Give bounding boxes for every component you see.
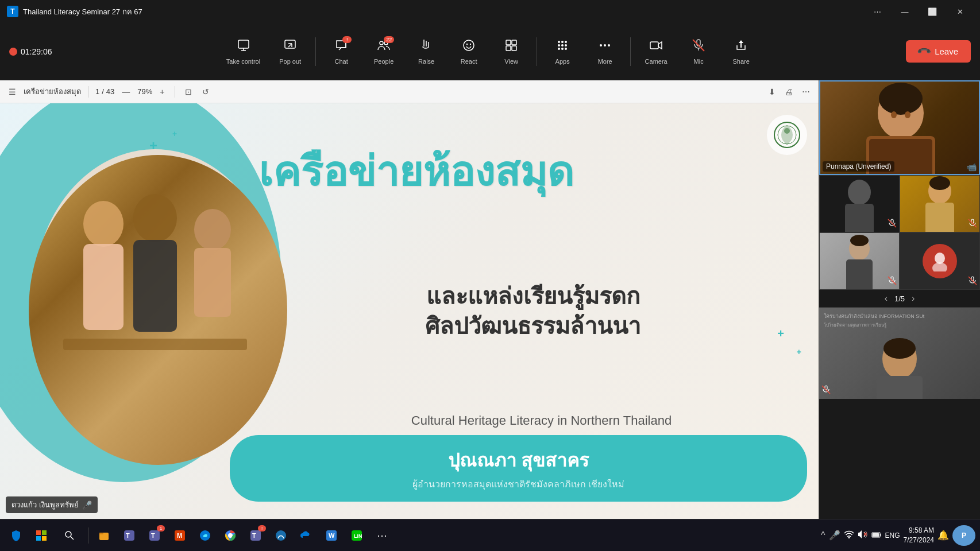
slide-zoom-in-btn[interactable]: + — [157, 86, 167, 98]
taskbar-chevron-icon[interactable]: ^ — [821, 530, 825, 541]
view-label: View — [504, 58, 518, 65]
svg-point-54 — [850, 235, 869, 246]
next-page-btn[interactable]: › — [912, 293, 915, 304]
participants-panel: Punnapa (Unverified) 📹 — [819, 80, 980, 519]
share-button[interactable]: Share — [720, 34, 762, 69]
chat-button[interactable]: ! Chat — [321, 34, 362, 69]
take-control-button[interactable]: Take control — [218, 34, 268, 69]
taskbar-start-icon[interactable] — [30, 524, 53, 547]
participants-row-1 — [819, 175, 980, 232]
teams-badge: 1 — [157, 525, 165, 531]
svg-text:M: M — [177, 532, 182, 539]
take-control-label: Take control — [226, 58, 260, 65]
taskbar-teams3-icon[interactable]: T ! — [244, 524, 267, 547]
svg-point-5 — [466, 43, 468, 44]
taskbar-lang-label[interactable]: ENG — [885, 531, 900, 540]
svg-rect-69 — [42, 536, 47, 541]
taskbar-office-icon[interactable]: M — [168, 524, 191, 547]
more-button[interactable]: More — [584, 34, 626, 69]
taskbar-wifi-icon[interactable] — [844, 530, 854, 541]
svg-point-41 — [905, 111, 910, 118]
taskbar-edge-icon[interactable] — [194, 524, 217, 547]
bottom-participant-bg: ใครบางคนกำลังนำเสนอ INFORMATION SUt โปโร… — [819, 308, 980, 399]
svg-point-15 — [561, 44, 564, 46]
taskbar-search-icon[interactable] — [55, 524, 84, 547]
react-label: React — [461, 58, 477, 65]
slide-zoom-level: 79% — [137, 87, 152, 96]
svg-point-40 — [891, 111, 897, 118]
slide-more-btn[interactable]: ⋯ — [799, 86, 813, 98]
slide-menu-btn[interactable]: ☰ — [6, 86, 19, 98]
svg-text:W: W — [329, 532, 335, 539]
bottom-participant-video: ใครบางคนกำลังนำเสนอ INFORMATION SUt โปโร… — [819, 307, 980, 399]
taskbar-explorer-icon[interactable] — [92, 524, 115, 547]
svg-rect-23 — [650, 42, 658, 49]
view-button[interactable]: View — [491, 34, 532, 69]
slide-frame: + + + + เครือข่ายห้องสมุด และแ — [0, 103, 819, 519]
svg-rect-67 — [42, 530, 47, 535]
teams-icon: T — [7, 6, 18, 17]
slide-reset-btn[interactable]: ↺ — [199, 86, 212, 98]
taskbar-line-icon[interactable]: LINE — [345, 524, 368, 547]
taskbar-notification-icon[interactable]: 🔔 — [937, 530, 949, 541]
speaker-label: ดวงแก้ว เงินพูลทรัพย์ 🎤 — [6, 496, 98, 513]
svg-rect-94 — [873, 533, 879, 537]
taskbar-right: ^ 🎤 ENG — [821, 525, 975, 546]
leave-button[interactable]: 📞 Leave — [906, 40, 971, 63]
slide-download-btn[interactable]: ⬇ — [766, 86, 778, 98]
mic-button[interactable]: Mic — [678, 34, 719, 69]
slide-subtitle-line2: ศิลปวัฒนธรรมล้านนา — [258, 311, 807, 341]
pop-out-button[interactable]: Pop out — [269, 34, 311, 69]
svg-point-36 — [784, 128, 790, 134]
taskbar-mic-icon[interactable]: 🎤 — [829, 530, 840, 541]
svg-point-89 — [848, 537, 850, 538]
slide-container: ☰ เครือข่ายห้องสมุด 1 / 43 — 79% + ⊡ ↺ ⬇… — [0, 80, 819, 519]
people-button[interactable]: 22 People — [363, 34, 404, 69]
meeting-toolbar: 01:29:06 Take control Pop out — [0, 23, 980, 80]
slide-print-btn[interactable]: 🖨 — [782, 86, 796, 98]
taskbar-profile-icon[interactable]: P — [952, 525, 975, 546]
minimize-btn[interactable]: — — [892, 2, 918, 21]
toolbar-center: Take control Pop out ! Cha — [218, 34, 762, 69]
more-options-btn[interactable]: ⋯ — [864, 2, 890, 21]
apps-label: Apps — [555, 58, 570, 65]
taskbar-volume-icon[interactable] — [858, 530, 868, 541]
svg-rect-68 — [36, 536, 41, 541]
more-icon — [598, 38, 612, 56]
close-btn[interactable]: ✕ — [947, 2, 973, 21]
pagination-label: 1/5 — [894, 294, 905, 303]
slide-toolbar: ☰ เครือข่ายห้องสมุด 1 / 43 — 79% + ⊡ ↺ ⬇… — [0, 80, 819, 103]
svg-text:T: T — [252, 532, 256, 539]
taskbar-time: 9:58 AM — [904, 526, 934, 536]
slide-plus-decoration-2: + — [172, 129, 177, 138]
bottom-participant-muted — [821, 385, 831, 397]
apps-button[interactable]: Apps — [542, 34, 583, 69]
svg-point-31 — [194, 209, 231, 250]
raise-button[interactable]: Raise — [406, 34, 447, 69]
taskbar-more-icon[interactable]: ⋯ — [371, 524, 393, 547]
more-label: More — [598, 58, 612, 65]
taskbar-cloud-icon[interactable] — [295, 524, 318, 547]
camera-button[interactable]: Camera — [635, 34, 677, 69]
people-icon: 22 — [377, 38, 391, 56]
taskbar-chrome-icon[interactable] — [219, 524, 242, 547]
pop-out-icon — [283, 38, 297, 56]
slide-zoom-out-btn[interactable]: — — [119, 86, 133, 98]
taskbar-word-icon[interactable]: W — [320, 524, 343, 547]
taskbar-arc-icon[interactable] — [269, 524, 292, 547]
react-button[interactable]: React — [448, 34, 489, 69]
svg-point-19 — [565, 48, 567, 50]
svg-point-21 — [604, 44, 606, 46]
slide-fit-btn[interactable]: ⊡ — [182, 86, 195, 98]
slide-plus-decoration-4: + — [797, 347, 801, 356]
taskbar-teams2-icon[interactable]: T 1 — [143, 524, 166, 547]
taskbar-teams-icon[interactable]: T — [118, 524, 141, 547]
active-speaker-video: Punnapa (Unverified) 📹 — [819, 80, 980, 175]
taskbar-battery-icon[interactable] — [871, 530, 882, 541]
prev-page-btn[interactable]: ‹ — [885, 293, 888, 304]
taskbar-time-block: 9:58 AM 7/27/2024 — [904, 526, 934, 545]
total-pages: 5 — [901, 294, 905, 303]
maximize-btn[interactable]: ⬜ — [919, 2, 946, 21]
taskbar-security-icon[interactable] — [5, 524, 28, 547]
divider-1 — [315, 37, 316, 66]
